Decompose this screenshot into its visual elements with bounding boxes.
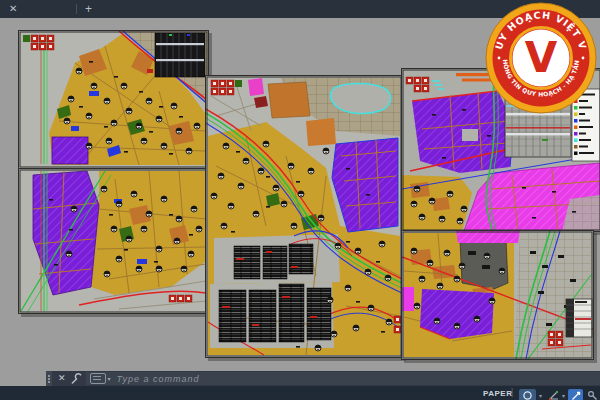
drawing-stamps xyxy=(169,295,192,302)
stamp-center-letter: V xyxy=(525,33,558,82)
command-line-bar[interactable]: ✕ ▾ xyxy=(46,371,600,386)
annotation-visibility-icon[interactable] xyxy=(519,389,536,400)
zoning-map-3 xyxy=(206,76,402,357)
sheet-data-table xyxy=(566,299,592,337)
drawing-stamps xyxy=(23,35,54,50)
close-tab-icon[interactable]: ✕ xyxy=(9,3,17,15)
sheet-data-table xyxy=(147,33,205,77)
chevron-down-icon[interactable]: ▾ xyxy=(562,392,565,399)
command-bar-grip[interactable] xyxy=(46,371,52,386)
map-sheet-bottom-left[interactable] xyxy=(18,168,209,314)
command-input[interactable] xyxy=(115,373,600,385)
chevron-down-icon[interactable]: ▾ xyxy=(539,392,542,399)
workspace-switching-icon[interactable] xyxy=(568,389,583,400)
map-sheet-top-left[interactable] xyxy=(18,30,209,169)
new-tab-icon[interactable]: + xyxy=(85,2,92,16)
lake-outline xyxy=(330,84,390,114)
chevron-down-icon[interactable]: ▾ xyxy=(108,375,111,382)
annotation-scale-icon[interactable] xyxy=(546,389,561,400)
zoning-map-1 xyxy=(19,31,208,168)
command-close-icon[interactable]: ✕ xyxy=(58,371,66,386)
status-bar: PAPER | ▾ ▾ xyxy=(0,386,600,400)
map-sheet-center[interactable] xyxy=(205,75,403,358)
command-input-area[interactable]: ▾ xyxy=(86,372,600,385)
quy-hoach-viet-vn-stamp: QUY HOẠCH VIỆT VN THÔNG TIN QUY HOẠCH - … xyxy=(484,1,598,115)
status-separator: | xyxy=(511,387,513,397)
map-sheet-bottom-right[interactable] xyxy=(401,230,594,360)
paper-space-toggle[interactable]: PAPER xyxy=(483,389,512,398)
zoning-map-2 xyxy=(19,169,208,313)
tab-divider xyxy=(76,4,77,14)
wrench-icon[interactable] xyxy=(71,373,82,384)
isolate-objects-icon[interactable] xyxy=(585,389,599,400)
recent-commands-icon[interactable] xyxy=(90,373,106,384)
zoning-map-5 xyxy=(402,231,593,359)
